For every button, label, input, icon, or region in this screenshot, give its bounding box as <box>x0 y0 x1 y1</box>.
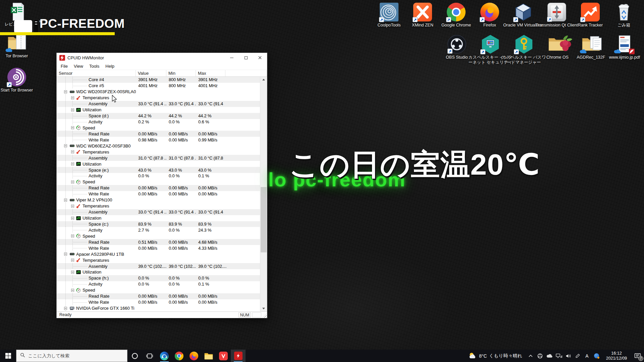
expander-icon[interactable] <box>64 90 67 93</box>
close-button[interactable] <box>253 53 267 62</box>
sensor-row-activity[interactable]: Activity2.7 %0.0 %24.3 % <box>57 227 261 233</box>
expander-icon[interactable] <box>64 198 67 201</box>
sensor-row-temperatures[interactable]: Temperatures <box>57 149 261 155</box>
vertical-scrollbar[interactable] <box>260 77 267 311</box>
excel-file-icon[interactable] <box>10 3 24 22</box>
kaspersky-tray-icon[interactable] <box>593 353 600 358</box>
resize-grip[interactable] <box>262 313 267 318</box>
sensor-row-utilization[interactable]: Utilization <box>57 107 261 113</box>
sensor-row-temperatures[interactable]: Temperatures <box>57 203 261 209</box>
minimize-button[interactable] <box>225 53 239 62</box>
search-input[interactable] <box>28 353 109 358</box>
desktop-icon-iijpdf[interactable]: www.iijmio.jp.pdf <box>608 35 641 65</box>
sensor-row-activity[interactable]: Activity0.2 %0.0 %0.6 % <box>57 119 261 125</box>
sensor-row-space-e[interactable]: Space (e:)43.0 %43.0 %43.0 % <box>57 167 261 173</box>
taskbar-app-taskview[interactable] <box>142 350 157 362</box>
pen-tray-icon[interactable] <box>574 354 581 358</box>
expander-icon[interactable] <box>71 217 74 220</box>
expander-icon[interactable] <box>71 235 74 238</box>
scroll-down-arrow[interactable] <box>260 306 267 311</box>
sensor-row-temperatures[interactable]: Temperatures <box>57 257 261 263</box>
column-header-min[interactable]: Min <box>166 70 196 76</box>
sensor-row-space-h[interactable]: Space (h:)0.0 %0.0 %0.0 % <box>57 275 261 281</box>
column-header-value[interactable]: Value <box>136 70 166 76</box>
expander-icon[interactable] <box>71 259 74 262</box>
onedrive-tray-icon[interactable] <box>546 354 553 358</box>
taskbar-app-hwmonitor[interactable] <box>231 350 246 362</box>
sensor-row-space-c[interactable]: Space (c:)83.9 %83.9 %83.9 % <box>57 221 261 227</box>
sensor-row-assembly[interactable]: Assembly39.0 °C (102....39.0 °C (102....… <box>57 263 261 269</box>
volume-tray-icon[interactable] <box>565 354 572 358</box>
sensor-row-read-rate[interactable]: Read Rate0.00 MB/s0.00 MB/s0.00 MB/s <box>57 185 261 191</box>
scroll-up-arrow[interactable] <box>260 77 267 82</box>
sensor-row-assembly[interactable]: Assembly33.0 °C (91.4 ...33.0 °C (91.4 .… <box>57 209 261 215</box>
maximize-button[interactable] <box>239 53 253 62</box>
expander-icon[interactable] <box>71 126 74 129</box>
sensor-row-write-rate[interactable]: Write Rate0.00 MB/s0.00 MB/s0.00 MB/s <box>57 299 261 305</box>
weather-widget[interactable]: 8°C くもり時々晴れ <box>465 352 525 360</box>
sensor-row-write-rate[interactable]: Write Rate0.98 MB/s0.00 MB/s0.99 MB/s <box>57 137 261 143</box>
sensor-row-read-rate[interactable]: Read Rate0.51 MB/s0.00 MB/s4.68 MB/s <box>57 239 261 245</box>
sensor-row-activity[interactable]: Activity0.0 %0.0 %0.1 % <box>57 173 261 179</box>
obs-tray-icon[interactable] <box>537 353 543 359</box>
expander-icon[interactable] <box>71 150 74 154</box>
sensor-row-write-rate[interactable]: Write Rate0.00 MB/s0.00 MB/s4.33 MB/s <box>57 245 261 251</box>
sensor-row-read-rate[interactable]: Read Rate0.00 MB/s0.00 MB/s0.00 MB/s <box>57 293 261 299</box>
expander-icon[interactable] <box>71 163 74 166</box>
sensor-row-assembly[interactable]: Assembly33.0 °C (91.4 ...33.0 °C (91.4 .… <box>57 101 261 107</box>
expander-icon[interactable] <box>71 204 74 207</box>
table-header[interactable]: SensorValueMinMax <box>57 70 267 77</box>
expander-icon[interactable] <box>64 253 67 256</box>
network-tray-icon[interactable] <box>555 353 562 358</box>
sensor-row-viper-m-2-vpn100[interactable]: Viper M.2 VPN100 <box>57 197 261 203</box>
start-button[interactable] <box>0 350 16 362</box>
desktop-icon-kpm[interactable]: カスペルスキー パスワードマネージャー <box>507 35 541 65</box>
sensor-row-speed[interactable]: Speed <box>57 179 261 185</box>
desktop-icon-tor-start[interactable]: Start Tor Browser <box>1 68 33 93</box>
sensor-row-utilization[interactable]: Utilization <box>57 161 261 167</box>
sensor-row-write-rate[interactable]: Write Rate0.00 MB/s0.00 MB/s0.00 MB/s <box>57 191 261 197</box>
sensor-row-activity[interactable]: Activity0.0 %0.0 %0.1 % <box>57 281 261 287</box>
expander-icon[interactable] <box>71 108 74 111</box>
taskbar-search-box[interactable] <box>16 350 127 362</box>
sensor-row-core-5[interactable]: Core #54001 MHz800 MHz4001 MHz <box>57 83 261 89</box>
sensor-row-apacer-as2280p4u-1tb[interactable]: Apacer AS2280P4U 1TB <box>57 251 261 257</box>
desktop-icon-tor-folder[interactable]: Tor Browser <box>1 34 33 59</box>
taskbar-app-edge[interactable] <box>157 350 172 362</box>
desktop-icon-recycle[interactable]: ごみ箱 <box>607 3 641 28</box>
sensor-row-wdc-wd60ezaz-00sf3b0[interactable]: WDC WD60EZAZ-00SF3B0 <box>57 143 261 149</box>
expander-icon[interactable] <box>64 144 67 147</box>
title-bar[interactable]: CPUID HWMonitor <box>57 53 267 62</box>
taskbar-app-firefox[interactable] <box>186 350 201 362</box>
sensor-row-wdc-wd2003fzex-00srla0[interactable]: WDC WD2003FZEX-00SRLA0 <box>57 89 261 95</box>
expander-icon[interactable] <box>64 307 67 310</box>
column-header-max[interactable]: Max <box>196 70 225 76</box>
sensor-row-utilization[interactable]: Utilization <box>57 269 261 275</box>
taskbar-app-explorer[interactable] <box>201 350 216 362</box>
desktop-icon-chromeos[interactable]: Chrome OS <box>541 35 574 65</box>
chevron-up-icon[interactable] <box>527 355 534 357</box>
ime-tray-icon[interactable]: A <box>584 353 590 359</box>
sensor-row-nvidia-geforce-gtx-1660-ti[interactable]: NVIDIA GeForce GTX 1660 Ti <box>57 305 261 311</box>
expander-icon[interactable] <box>71 96 74 99</box>
sensor-row-temperatures[interactable]: Temperatures <box>57 95 261 101</box>
sensor-row-utilization[interactable]: Utilization <box>57 215 261 221</box>
expander-icon[interactable] <box>71 289 74 292</box>
menu-item-tools[interactable]: Tools <box>86 64 102 69</box>
sensor-row-speed[interactable]: Speed <box>57 125 261 131</box>
menu-item-view[interactable]: View <box>71 64 86 69</box>
desktop-icon-agdrec[interactable]: AGDRec_132F <box>574 35 608 65</box>
taskbar-clock[interactable]: 16:12 2021/12/09 <box>602 351 631 361</box>
menu-item-file[interactable]: File <box>58 64 71 69</box>
taskbar-app-cortana[interactable] <box>127 350 142 362</box>
expander-icon[interactable] <box>71 180 74 183</box>
taskbar-app-vivaldi[interactable] <box>216 350 231 362</box>
menu-item-help[interactable]: Help <box>102 64 117 69</box>
taskbar-app-chrome[interactable] <box>172 350 186 362</box>
scrollbar-thumb[interactable] <box>261 187 267 252</box>
sensor-row-speed[interactable]: Speed <box>57 287 261 293</box>
sensor-row-space-d[interactable]: Space (d:)44.2 %44.2 %44.2 % <box>57 113 261 119</box>
column-header-sensor[interactable]: Sensor <box>57 70 136 76</box>
expander-icon[interactable] <box>71 270 74 274</box>
sensor-row-speed[interactable]: Speed <box>57 233 261 239</box>
